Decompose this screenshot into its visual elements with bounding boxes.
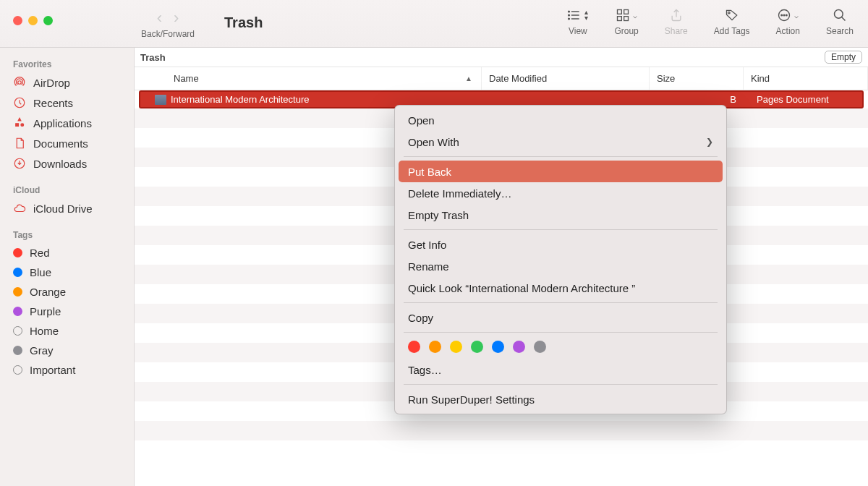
svg-rect-6 (618, 10, 622, 14)
document-icon (155, 95, 166, 105)
ctx-open-with[interactable]: Open With❯ (395, 131, 726, 153)
close-window-button[interactable] (13, 16, 22, 25)
tag-dot-icon (13, 365, 22, 375)
view-button[interactable]: ▴▾ View (567, 6, 588, 36)
tag-color-swatch[interactable] (534, 341, 546, 353)
ctx-separator (404, 332, 718, 333)
toolbar: ‹ › Back/Forward Trash ▴▾ View ⌵ Group S… (0, 0, 868, 48)
column-date-modified[interactable]: Date Modified (482, 67, 650, 90)
ctx-quick-look[interactable]: Quick Look “International Modern Archite… (395, 277, 726, 299)
ctx-open[interactable]: Open (395, 109, 726, 131)
file-size: B (655, 94, 749, 105)
tag-dot-icon (13, 346, 22, 355)
ctx-tags[interactable]: Tags… (395, 359, 726, 380)
sidebar-item-downloads[interactable]: Downloads (0, 153, 134, 174)
path-bar: Trash Empty (135, 48, 868, 67)
forward-button[interactable]: › (169, 9, 183, 27)
tag-dot-icon (13, 248, 22, 257)
grid-icon (616, 8, 630, 22)
ctx-separator (404, 156, 718, 157)
sidebar-tag-blue[interactable]: Blue (0, 263, 134, 282)
sidebar-item-label: Applications (33, 117, 92, 129)
add-tags-button[interactable]: Add Tags (714, 6, 750, 36)
sidebar-item-label: Documents (33, 137, 88, 150)
sidebar-item-airdrop[interactable]: AirDrop (0, 72, 134, 93)
empty-trash-button[interactable]: Empty (825, 51, 862, 64)
nav-back-forward: ‹ › Back/Forward (141, 9, 195, 39)
sidebar-item-icloud-drive[interactable]: iCloud Drive (0, 198, 134, 218)
sidebar-item-label: Red (30, 247, 50, 259)
tag-dot-icon (13, 326, 22, 336)
tag-color-swatch[interactable] (408, 341, 420, 353)
group-button[interactable]: ⌵ Group (614, 6, 638, 36)
ctx-separator (404, 229, 718, 230)
action-button[interactable]: ⌵ Action (776, 6, 800, 36)
tag-dot-icon (13, 287, 22, 297)
sidebar-item-label: Important (30, 364, 75, 376)
sidebar-item-label: Recents (33, 97, 73, 109)
icloud-header: iCloud (0, 181, 134, 198)
sidebar-item-documents[interactable]: Documents (0, 133, 134, 153)
svg-rect-7 (624, 10, 629, 14)
sidebar-item-recents[interactable]: Recents (0, 93, 134, 113)
sidebar-item-applications[interactable]: Applications (0, 113, 134, 133)
ctx-run-superduper[interactable]: Run SuperDuper! Settings (395, 388, 726, 410)
context-menu: Open Open With❯ Put Back Delete Immediat… (394, 105, 727, 414)
sidebar-tag-red[interactable]: Red (0, 243, 134, 263)
ctx-separator (404, 302, 718, 303)
search-icon (833, 8, 847, 22)
minimize-window-button[interactable] (28, 16, 38, 25)
ctx-tag-colors (395, 336, 726, 359)
sidebar-item-label: Downloads (33, 158, 87, 170)
svg-point-14 (786, 14, 788, 16)
path-location: Trash (140, 52, 166, 63)
more-icon (777, 8, 791, 22)
fullscreen-window-button[interactable] (43, 16, 53, 25)
svg-point-15 (834, 10, 843, 19)
svg-point-12 (781, 14, 783, 16)
tag-color-swatch[interactable] (492, 341, 504, 353)
tag-color-swatch[interactable] (471, 341, 483, 353)
back-button[interactable]: ‹ (153, 9, 166, 27)
tag-color-swatch[interactable] (429, 341, 441, 353)
sidebar-item-label: Purple (30, 305, 61, 317)
empty-row (135, 421, 868, 440)
tag-color-swatch[interactable] (450, 341, 462, 353)
sidebar-tag-important[interactable]: Important (0, 360, 134, 380)
file-name: International Modern Architecture (171, 94, 310, 105)
sidebar-tag-home[interactable]: Home (0, 321, 134, 341)
ctx-rename[interactable]: Rename (395, 255, 726, 277)
cloud-icon (13, 202, 26, 215)
svg-rect-9 (624, 17, 629, 21)
svg-point-10 (728, 12, 730, 14)
sidebar-tag-gray[interactable]: Gray (0, 341, 134, 360)
sidebar-tag-purple[interactable]: Purple (0, 302, 134, 321)
column-size[interactable]: Size (650, 67, 744, 90)
ctx-empty-trash[interactable]: Empty Trash (395, 204, 726, 226)
sidebar-tag-orange[interactable]: Orange (0, 282, 134, 302)
sidebar-item-label: Blue (30, 266, 51, 278)
tags-header: Tags (0, 226, 134, 243)
svg-point-13 (783, 14, 785, 16)
svg-point-4 (569, 14, 570, 16)
clock-icon (13, 96, 26, 109)
sidebar-item-label: Orange (30, 286, 66, 298)
sidebar-item-label: iCloud Drive (33, 202, 93, 215)
ctx-put-back[interactable]: Put Back (399, 161, 723, 182)
column-name[interactable]: Name▲ (135, 67, 482, 90)
sort-ascending-icon: ▲ (465, 74, 472, 82)
sidebar-item-label: Home (30, 325, 59, 337)
window-controls (13, 16, 53, 25)
doc-icon (13, 137, 26, 150)
tag-color-swatch[interactable] (513, 341, 525, 353)
svg-point-17 (18, 81, 22, 85)
ctx-delete-immediately[interactable]: Delete Immediately… (395, 182, 726, 204)
tag-icon (725, 8, 739, 22)
ctx-copy[interactable]: Copy (395, 307, 726, 328)
search-button[interactable]: Search (826, 6, 854, 36)
favorites-header: Favorites (0, 55, 134, 72)
column-kind[interactable]: Kind (744, 67, 868, 90)
ctx-get-info[interactable]: Get Info (395, 234, 726, 255)
airdrop-icon (13, 76, 26, 89)
share-button[interactable]: Share (665, 6, 688, 36)
